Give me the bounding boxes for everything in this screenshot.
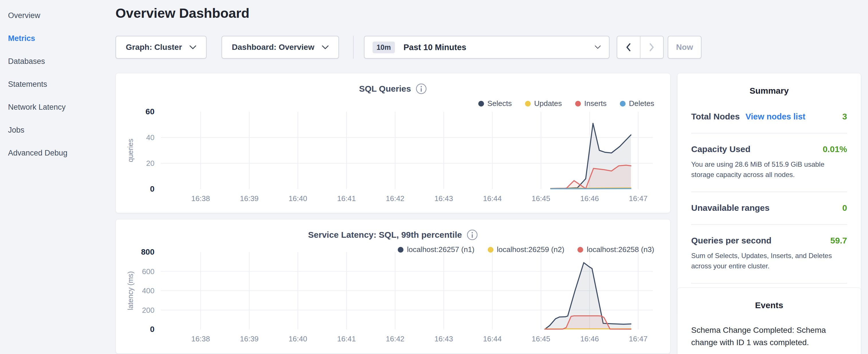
summary-row-unavailable-ranges: Unavailable ranges 0 [691, 192, 847, 224]
svg-text:600: 600 [142, 267, 154, 276]
legend-item[interactable]: Deletes [620, 99, 654, 108]
summary-subtext: You are using 28.6 MiB of 515.9 GiB usab… [691, 159, 847, 180]
summary-row-capacity-used: Capacity Used 0.01% You are using 28.6 M… [691, 133, 847, 192]
chevron-down-icon [595, 45, 601, 49]
svg-text:latency (ms): latency (ms) [126, 271, 134, 310]
svg-text:16:39: 16:39 [240, 334, 258, 343]
controls-divider [353, 36, 353, 59]
svg-text:16:46: 16:46 [580, 194, 599, 203]
service-latency-plot[interactable]: 16:3816:3916:4016:4116:4216:4316:4416:45… [116, 248, 670, 349]
sidebar-item-databases[interactable]: Databases [0, 50, 103, 73]
chevron-down-icon [322, 45, 329, 50]
svg-text:16:45: 16:45 [532, 334, 550, 343]
svg-text:16:39: 16:39 [240, 194, 258, 203]
chevron-right-icon [649, 43, 654, 52]
legend-item[interactable]: Selects [478, 99, 512, 108]
legend-dot-icon [620, 101, 626, 106]
summary-label: Total Nodes [691, 112, 740, 122]
legend-item[interactable]: Updates [525, 99, 562, 108]
svg-text:16:41: 16:41 [337, 334, 356, 343]
sidebar-item-overview[interactable]: Overview [0, 4, 103, 27]
summary-value: 0.01% [823, 144, 847, 154]
legend-dot-icon [525, 101, 531, 106]
svg-text:16:42: 16:42 [386, 334, 404, 343]
sidebar-item-advanced-debug[interactable]: Advanced Debug [0, 141, 103, 164]
summary-row-total-nodes: Total Nodes View nodes list 3 [691, 96, 847, 133]
summary-subtext: Sum of Selects, Updates, Inserts, and De… [691, 251, 847, 271]
page-title: Overview Dashboard [116, 5, 250, 21]
now-button-label: Now [676, 43, 693, 52]
graph-scope-dropdown[interactable]: Graph: Cluster [116, 36, 207, 59]
chart-legend: SelectsUpdatesInsertsDeletes [478, 99, 654, 108]
legend-dot-icon [575, 101, 581, 106]
time-range-selector[interactable]: 10m Past 10 Minutes [364, 36, 610, 59]
svg-text:0: 0 [150, 325, 154, 334]
events-panel: Events Schema Change Completed: Schema c… [677, 288, 861, 354]
chart-title: Service Latency: SQL, 99th percentile [308, 230, 462, 240]
sidebar-item-network-latency[interactable]: Network Latency [0, 96, 103, 119]
summary-label: Queries per second [691, 236, 771, 246]
info-icon[interactable] [467, 229, 478, 240]
now-button[interactable]: Now [668, 36, 702, 59]
svg-text:16:42: 16:42 [386, 194, 404, 203]
legend-item[interactable]: Inserts [575, 99, 607, 108]
summary-panel: Summary Total Nodes View nodes list 3 Ca… [677, 73, 861, 316]
event-message[interactable]: Schema Change Completed: Schema change w… [691, 324, 847, 349]
dashboard-dropdown[interactable]: Dashboard: Overview [221, 36, 339, 59]
svg-text:400: 400 [142, 286, 154, 295]
controls-row: Graph: Cluster Dashboard: Overview 10m P… [116, 36, 702, 59]
svg-text:40: 40 [146, 133, 154, 142]
legend-dot-icon [478, 101, 484, 106]
svg-text:16:38: 16:38 [191, 334, 210, 343]
view-nodes-list-link[interactable]: View nodes list [745, 112, 805, 122]
summary-value: 59.7 [831, 236, 847, 246]
svg-text:16:44: 16:44 [483, 334, 502, 343]
svg-text:16:41: 16:41 [337, 194, 356, 203]
summary-label: Capacity Used [691, 144, 750, 154]
legend-label: Selects [488, 99, 512, 108]
legend-label: Deletes [629, 99, 654, 108]
svg-text:queries: queries [126, 139, 134, 162]
summary-value: 3 [842, 112, 847, 122]
time-step-forward-button[interactable] [640, 36, 663, 58]
dashboard-label: Dashboard: Overview [232, 43, 314, 52]
sql-queries-plot[interactable]: 16:3816:3916:4016:4116:4216:4316:4416:45… [116, 108, 670, 208]
sidebar-item-jobs[interactable]: Jobs [0, 119, 103, 141]
events-title: Events [691, 300, 847, 310]
svg-text:0: 0 [150, 185, 154, 193]
svg-text:16:38: 16:38 [191, 194, 210, 203]
sql-queries-chart-card: SQL Queries SelectsUpdatesInsertsDeletes… [116, 73, 671, 213]
summary-label: Unavailable ranges [691, 203, 769, 213]
svg-text:16:43: 16:43 [434, 194, 453, 203]
svg-text:16:44: 16:44 [483, 194, 502, 203]
info-icon[interactable] [415, 83, 427, 95]
svg-text:200: 200 [142, 306, 154, 315]
time-step-back-button[interactable] [617, 36, 640, 58]
graph-scope-label: Graph: Cluster [126, 43, 182, 52]
svg-text:16:46: 16:46 [580, 334, 599, 343]
svg-text:20: 20 [146, 159, 154, 167]
sidebar: Overview Metrics Databases Statements Ne… [0, 0, 103, 164]
svg-text:800: 800 [141, 248, 154, 256]
summary-value: 0 [842, 203, 847, 213]
summary-row-queries-per-second: Queries per second 59.7 Sum of Selects, … [691, 224, 847, 283]
svg-text:16:40: 16:40 [288, 194, 307, 203]
summary-title: Summary [691, 86, 847, 96]
legend-label: Inserts [584, 99, 607, 108]
service-latency-chart-card: Service Latency: SQL, 99th percentile lo… [116, 219, 671, 354]
chart-title: SQL Queries [359, 84, 411, 94]
svg-text:16:47: 16:47 [629, 334, 648, 343]
time-range-label: Past 10 Minutes [403, 43, 466, 52]
svg-text:60: 60 [146, 108, 154, 116]
sidebar-item-metrics[interactable]: Metrics [0, 27, 103, 50]
legend-label: Updates [534, 99, 562, 108]
svg-text:16:47: 16:47 [629, 194, 648, 203]
time-range-badge: 10m [373, 41, 395, 53]
svg-text:16:40: 16:40 [288, 334, 307, 343]
sidebar-item-statements[interactable]: Statements [0, 73, 103, 96]
chevron-down-icon [189, 45, 196, 50]
time-step-buttons [617, 36, 664, 59]
chevron-left-icon [626, 43, 631, 52]
event-timestamp: May 13, 2020 at 4:45 PM [691, 352, 847, 354]
svg-text:16:43: 16:43 [434, 334, 453, 343]
